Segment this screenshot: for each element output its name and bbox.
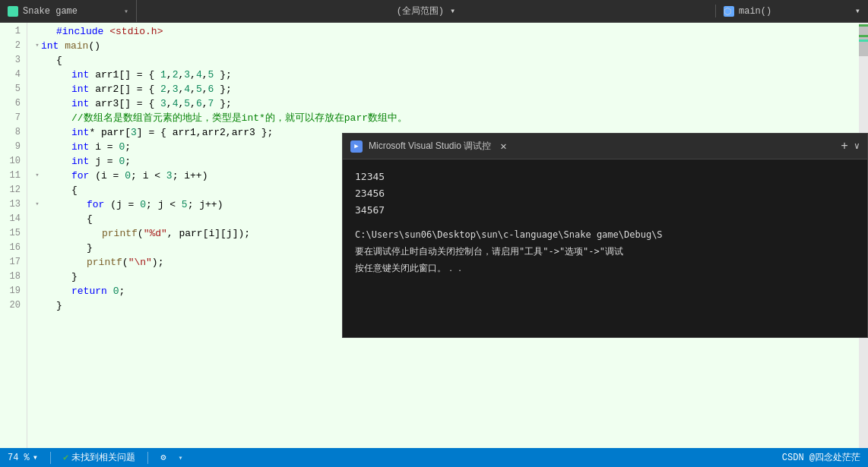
project-name: Snake game [23, 6, 78, 17]
token: for [87, 197, 104, 212]
line-number: 13 [6, 197, 21, 212]
token: * parr[ [89, 125, 131, 140]
token: }; [214, 96, 231, 111]
token: , [190, 68, 196, 82]
token: 3 [173, 82, 179, 96]
token: 6 [196, 96, 202, 111]
divider-2 [147, 452, 148, 464]
line-number: 10 [6, 154, 21, 169]
token: int [41, 39, 59, 53]
debug-close-button[interactable]: ✕ [500, 140, 506, 153]
token: ; [125, 140, 131, 154]
line-number: 17 [6, 255, 21, 270]
token: , parr[i][j]); [167, 226, 250, 241]
code-line: ▾int main() [33, 39, 868, 53]
token: i = [89, 140, 119, 154]
token: 0 [119, 154, 125, 169]
token: int [71, 68, 89, 82]
tools-icon[interactable]: ⚙ [160, 452, 166, 463]
token: ; [125, 154, 131, 169]
problem-indicator[interactable]: ✔ 未找到相关问题 [63, 451, 135, 464]
token: for [71, 169, 89, 183]
project-arrow: ▾ [124, 7, 128, 16]
token: return [71, 284, 107, 298]
token: printf [102, 226, 138, 241]
scope-text: (全局范围) [397, 5, 444, 17]
line-number: 19 [6, 284, 21, 298]
token: 4 [184, 82, 190, 96]
token: <stdio.h> [109, 24, 163, 39]
divider-1 [50, 452, 51, 464]
status-bar: 74 % ▾ ✔ 未找到相关问题 ⚙ ▾ CSDN @四念处茫茫 [0, 448, 868, 467]
token: , [166, 96, 173, 111]
line-number: 1 [6, 24, 21, 39]
snake-icon [8, 6, 18, 17]
function-selector[interactable]: ⬡ main() ▾ [716, 0, 868, 22]
fold-button[interactable]: ▾ [33, 39, 41, 53]
debug-info-line: 要在调试停止时自动关闭控制台，请启用"工具"->"选项"->"调试 [355, 243, 855, 260]
token: 1 [160, 68, 166, 82]
token: 7 [208, 96, 214, 111]
token: int [71, 82, 89, 96]
token: 5 [184, 96, 190, 111]
token: int [71, 125, 89, 140]
debug-path-line: C:\Users\sun06\Desktop\sun\c-language\Sn… [355, 226, 855, 243]
token: #include [56, 24, 103, 39]
token: ( [122, 255, 128, 270]
token: , [190, 82, 196, 96]
code-line: #include <stdio.h> [33, 24, 868, 39]
token: ; j < [146, 197, 182, 212]
tools-arrow: ▾ [179, 453, 183, 462]
problem-text: 未找到相关问题 [71, 451, 135, 464]
token: , [190, 96, 196, 111]
line-number: 8 [6, 125, 21, 140]
scrollbar-mark-3 [859, 39, 868, 42]
debug-console: ▶ Microsoft Visual Studio 调试控 ✕ + ∨ 1234… [342, 133, 868, 338]
token: ; j++) [188, 197, 223, 212]
token: , [178, 68, 184, 82]
debug-output-line: 23456 [355, 185, 855, 202]
token: , [202, 82, 208, 96]
line-number: 15 [6, 226, 21, 241]
token: j = [89, 154, 119, 169]
token: //数组名是数组首元素的地址，类型是int*的，就可以存放在parr数组中。 [71, 111, 407, 125]
zoom-control[interactable]: 74 % ▾ [8, 452, 38, 463]
zoom-value: 74 % [8, 453, 30, 463]
token: ] = { arr1,arr2,arr3 }; [137, 125, 273, 140]
code-line: int arr3[] = { 3,4,5,6,7 }; [33, 96, 868, 111]
token: 5 [196, 82, 202, 96]
func-icon: ⬡ [724, 6, 734, 17]
scrollbar-mark-1 [859, 24, 868, 27]
token: }; [214, 68, 231, 82]
token: 4 [196, 68, 202, 82]
function-arrow: ▾ [855, 5, 860, 17]
token: , [202, 96, 208, 111]
debug-add-button[interactable]: + [841, 140, 848, 153]
scope-selector[interactable]: (全局范围) ▾ [137, 5, 716, 17]
token: { [56, 53, 62, 68]
token: ); [152, 255, 164, 270]
debug-title: Microsoft Visual Studio 调试控 [369, 140, 491, 153]
token: arr2[] = { [89, 82, 160, 96]
token: 6 [208, 82, 214, 96]
token: , [166, 68, 173, 82]
fold-button[interactable]: ▾ [33, 197, 41, 212]
token: 4 [173, 96, 179, 111]
token: } [56, 298, 62, 313]
project-selector[interactable]: Snake game ▾ [0, 0, 137, 22]
token [107, 284, 113, 298]
token: 0 [119, 140, 125, 154]
token: 3 [131, 125, 137, 140]
token: main [65, 39, 88, 53]
debug-bottom-line: 按任意键关闭此窗口。．． [355, 260, 855, 276]
fold-button[interactable]: ▾ [33, 169, 41, 183]
token: () [88, 39, 100, 53]
token: (i = [89, 169, 125, 183]
line-number: 4 [6, 68, 21, 82]
token: int [71, 154, 89, 169]
token: printf [87, 255, 122, 270]
line-number: 7 [6, 111, 21, 125]
scrollbar-mark-2 [859, 35, 868, 37]
debug-icon: ▶ [350, 140, 363, 153]
debug-chevron-button[interactable]: ∨ [854, 140, 860, 152]
